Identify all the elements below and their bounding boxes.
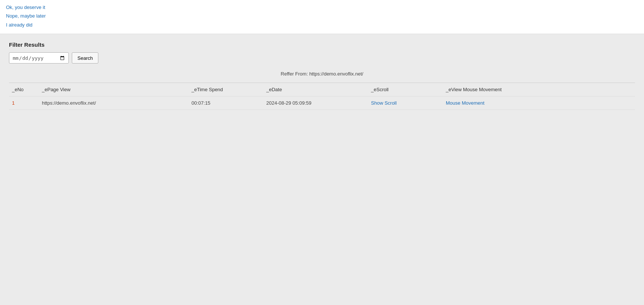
cell-no: 1 [9,96,39,110]
link-nope[interactable]: Nope, maybe later [6,12,638,20]
col-header-page-view: _ePage View [39,83,188,96]
cell-mouse: Mouse Movement [443,96,635,110]
filter-title: Filter Results [9,41,635,48]
data-table: _eNo _ePage View _eTime Spend _eDate _eS… [9,83,635,110]
col-header-mouse: _eView Mouse Movement [443,83,635,96]
col-header-scroll: _eScroll [368,83,443,96]
col-header-no: _eNo [9,83,39,96]
date-input[interactable] [9,52,69,64]
mouse-movement-link[interactable]: Mouse Movement [446,100,484,106]
table-section: Reffer From: https://demo.envoflix.net/ … [9,71,635,110]
table-header-row: _eNo _ePage View _eTime Spend _eDate _eS… [9,83,635,96]
filter-section: Filter Results Search [9,41,635,64]
link-already[interactable]: I already did [6,21,638,29]
search-button[interactable]: Search [72,52,98,64]
cell-date: 2024-08-29 05:09:59 [263,96,368,110]
main-content: Filter Results Search Reffer From: https… [0,34,644,305]
cell-scroll: Show Scroll [368,96,443,110]
table-row: 1 https://demo.envoflix.net/ 00:07:15 20… [9,96,635,110]
top-banner: Ok, you deserve it Nope, maybe later I a… [0,0,644,34]
link-ok[interactable]: Ok, you deserve it [6,3,638,12]
cell-time-spend: 00:07:15 [188,96,263,110]
col-header-date: _eDate [263,83,368,96]
show-scroll-link[interactable]: Show Scroll [371,100,397,106]
cell-page-view: https://demo.envoflix.net/ [39,96,188,110]
refer-info: Reffer From: https://demo.envoflix.net/ [9,71,635,77]
col-header-time-spend: _eTime Spend [188,83,263,96]
filter-controls: Search [9,52,635,64]
